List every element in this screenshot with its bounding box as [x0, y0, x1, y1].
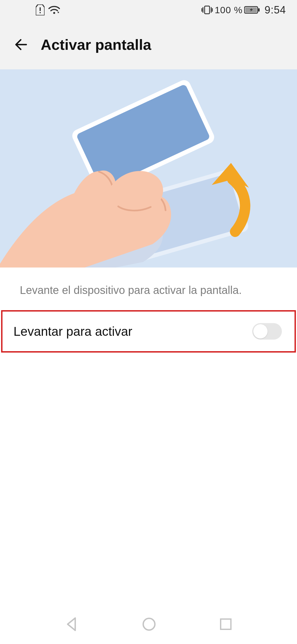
status-right: 100 % 9:54: [201, 4, 286, 16]
status-left: [36, 4, 60, 15]
sim-alert-icon: [36, 4, 45, 15]
back-icon[interactable]: [13, 36, 30, 53]
svg-rect-13: [221, 619, 231, 629]
nav-home-icon[interactable]: [141, 616, 157, 634]
nav-recent-icon[interactable]: [218, 616, 233, 633]
wifi-icon: [48, 5, 60, 15]
page-title: Activar pantalla: [41, 36, 151, 53]
svg-rect-0: [40, 7, 41, 11]
vibrate-icon: [201, 5, 213, 15]
setting-label: Levantar para activar: [13, 324, 132, 339]
nav-back-icon[interactable]: [64, 616, 80, 634]
status-bar: 100 % 9:54: [0, 0, 297, 20]
raise-to-wake-row[interactable]: Levantar para activar: [2, 312, 295, 351]
svg-rect-5: [258, 8, 260, 12]
battery-percent: 100 %: [215, 5, 243, 15]
svg-point-12: [143, 618, 155, 630]
svg-point-2: [53, 12, 55, 14]
battery-charging-icon: [244, 6, 260, 14]
navigation-bar: [0, 605, 297, 644]
highlight-box: Levantar para activar: [1, 310, 296, 353]
setting-description: Levante el dispositivo para activar la p…: [0, 268, 297, 310]
svg-rect-3: [205, 6, 210, 14]
clock: 9:54: [265, 4, 286, 16]
toggle-knob: [253, 324, 268, 339]
raise-to-wake-toggle[interactable]: [252, 323, 282, 340]
raise-to-wake-illustration: [0, 69, 297, 268]
svg-rect-1: [40, 12, 41, 13]
app-bar: Activar pantalla: [0, 20, 297, 69]
